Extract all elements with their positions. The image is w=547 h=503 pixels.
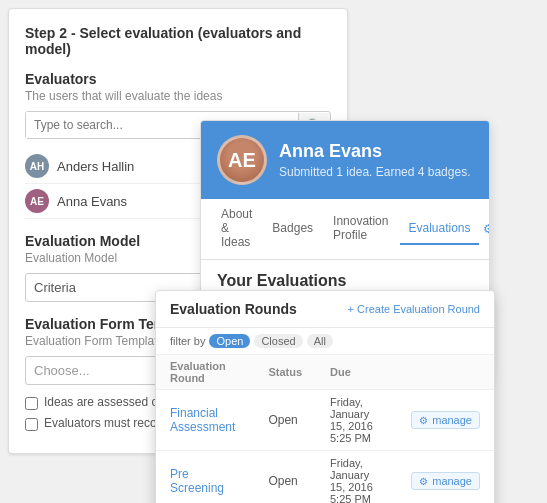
col-header-due: Due	[316, 355, 397, 390]
checkbox-2[interactable]	[25, 418, 38, 431]
round-name-2[interactable]: Pre Screening	[156, 451, 254, 504]
checkbox-label-2: Evaluators must recom	[44, 416, 167, 430]
panel-title: Step 2 - Select evaluation (evaluators a…	[25, 25, 331, 57]
gear-icon: ⚙	[483, 222, 491, 236]
popup-filter-all[interactable]: All	[307, 334, 333, 348]
profile-info: Anna Evans Submitted 1 idea. Earned 4 ba…	[279, 141, 470, 179]
checkbox-label-1: Ideas are assessed onl	[44, 395, 167, 409]
choose-placeholder: Choose...	[34, 363, 90, 378]
tab-innovation-profile[interactable]: Innovation Profile	[325, 206, 396, 252]
eval-rounds-table: Evaluation Round Status Due Financial As…	[156, 355, 494, 503]
popup-filter-row: filter by Open Closed All	[156, 328, 494, 355]
edit-profile-link[interactable]: ⚙ edit profile	[483, 215, 491, 243]
evaluator-avatar-2: AE	[25, 189, 49, 213]
manage-button-1[interactable]: manage	[411, 411, 480, 429]
popup-filter-open[interactable]: Open	[209, 334, 250, 348]
popup-filter-closed[interactable]: Closed	[254, 334, 302, 348]
create-eval-round-button[interactable]: + Create Evaluation Round	[348, 303, 480, 315]
col-header-status: Status	[254, 355, 316, 390]
manage-button-2[interactable]: manage	[411, 472, 480, 490]
evaluators-section-title: Evaluators	[25, 71, 331, 87]
col-header-action	[397, 355, 494, 390]
profile-name: Anna Evans	[279, 141, 470, 163]
profile-nav: About & Ideas Badges Innovation Profile …	[201, 199, 489, 260]
table-row: Pre Screening Open Friday, January 15, 2…	[156, 451, 494, 504]
round-action-2: manage	[397, 451, 494, 504]
round-due-2: Friday, January 15, 2016 5:25 PM	[316, 451, 397, 504]
evaluator-avatar-1: AH	[25, 154, 49, 178]
popup-title: Evaluation Rounds	[170, 301, 297, 317]
avatar: AE	[217, 135, 267, 185]
tab-badges[interactable]: Badges	[264, 213, 321, 245]
table-row: Financial Assessment Open Friday, Januar…	[156, 390, 494, 451]
round-status-2: Open	[254, 451, 316, 504]
your-evaluations-title: Your Evaluations	[217, 272, 473, 290]
col-header-round: Evaluation Round	[156, 355, 254, 390]
eval-rounds-popup: Evaluation Rounds + Create Evaluation Ro…	[155, 290, 495, 503]
tab-evaluations[interactable]: Evaluations	[400, 213, 478, 245]
tab-about-ideas[interactable]: About & Ideas	[213, 199, 260, 259]
evaluators-desc: The users that will evaluate the ideas	[25, 89, 331, 103]
round-due-1: Friday, January 15, 2016 5:25 PM	[316, 390, 397, 451]
round-status-1: Open	[254, 390, 316, 451]
profile-header: AE Anna Evans Submitted 1 idea. Earned 4…	[201, 121, 489, 199]
checkbox-1[interactable]	[25, 397, 38, 410]
round-action-1: manage	[397, 390, 494, 451]
round-name-1[interactable]: Financial Assessment	[156, 390, 254, 451]
profile-bio: Submitted 1 idea. Earned 4 badges.	[279, 165, 470, 179]
popup-filter-label: filter by	[170, 335, 205, 347]
popup-header: Evaluation Rounds + Create Evaluation Ro…	[156, 291, 494, 328]
